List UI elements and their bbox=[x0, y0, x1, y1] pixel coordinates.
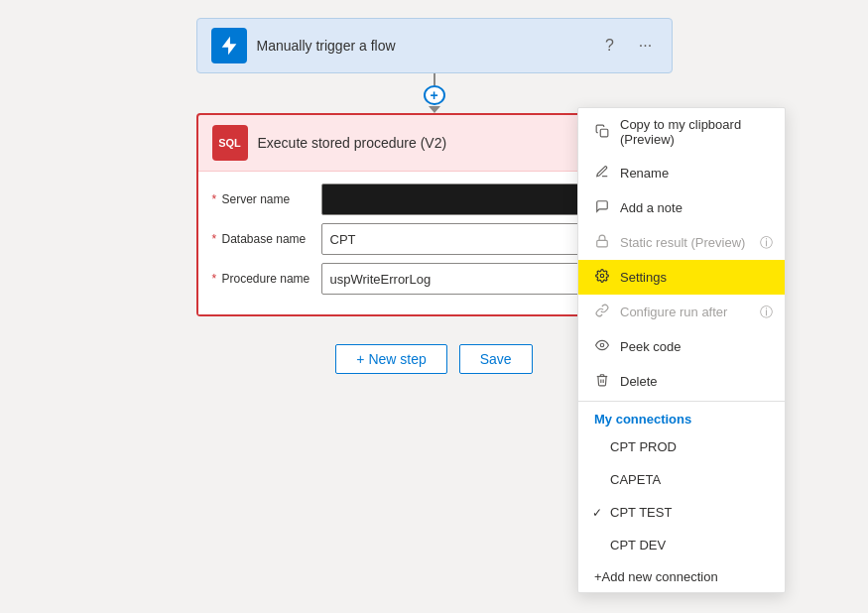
add-note-icon bbox=[594, 199, 610, 216]
connections-section-title: My connections bbox=[578, 404, 785, 430]
sql-icon: SQL bbox=[212, 125, 248, 161]
database-label: * Database name bbox=[212, 232, 321, 246]
settings-icon bbox=[594, 269, 610, 286]
configure-info-icon: ⓘ bbox=[760, 304, 773, 321]
trigger-help-button[interactable]: ? bbox=[598, 34, 622, 58]
menu-item-copy[interactable]: Copy to my clipboard (Preview) bbox=[578, 108, 785, 156]
procedure-label: * Procedure name bbox=[212, 272, 321, 286]
save-button[interactable]: Save bbox=[459, 344, 533, 374]
connector-plus-button[interactable]: + bbox=[424, 85, 445, 105]
menu-static-result-label: Static result (Preview) bbox=[620, 235, 745, 250]
menu-item-settings[interactable]: Settings bbox=[578, 260, 785, 295]
execute-title: Execute stored procedure (V2) bbox=[258, 135, 597, 151]
cpt-dev-label: CPT DEV bbox=[610, 538, 666, 552]
menu-item-configure: Configure run after ⓘ bbox=[578, 295, 785, 329]
menu-rename-label: Rename bbox=[620, 166, 669, 181]
trigger-icon bbox=[211, 28, 247, 63]
new-step-button[interactable]: + New step bbox=[335, 344, 446, 374]
delete-icon bbox=[594, 373, 610, 390]
bottom-actions: + New step Save bbox=[335, 344, 532, 374]
menu-item-rename[interactable]: Rename bbox=[578, 156, 785, 190]
menu-item-cpt-prod[interactable]: CPT PROD bbox=[578, 430, 785, 463]
lightning-icon bbox=[218, 35, 240, 57]
trigger-actions: ? ··· bbox=[598, 34, 658, 58]
trigger-title: Manually trigger a flow bbox=[257, 38, 598, 54]
static-result-icon bbox=[594, 234, 610, 251]
context-menu: Copy to my clipboard (Preview) Rename Ad… bbox=[577, 107, 786, 593]
menu-item-add-note[interactable]: Add a note bbox=[578, 190, 785, 225]
menu-item-peek-code[interactable]: Peek code bbox=[578, 329, 785, 364]
menu-item-static-result: Static result (Preview) ⓘ bbox=[578, 225, 785, 260]
static-result-info-icon: ⓘ bbox=[760, 234, 773, 252]
menu-copy-label: Copy to my clipboard (Preview) bbox=[620, 117, 769, 147]
cpt-prod-label: CPT PROD bbox=[610, 439, 677, 454]
database-value: CPT bbox=[330, 232, 356, 247]
menu-divider-connections bbox=[578, 401, 785, 402]
menu-item-cpt-dev[interactable]: CPT DEV bbox=[578, 529, 785, 561]
menu-add-note-label: Add a note bbox=[620, 200, 682, 215]
connector-line-top bbox=[434, 73, 435, 85]
capeta-label: CAPETA bbox=[610, 472, 661, 487]
peek-code-icon bbox=[594, 338, 610, 355]
server-label: * Server name bbox=[212, 192, 321, 206]
connector: + bbox=[424, 73, 445, 113]
menu-configure-label: Configure run after bbox=[620, 305, 727, 319]
checkmark-icon: ✓ bbox=[592, 506, 602, 520]
menu-peek-code-label: Peek code bbox=[620, 339, 681, 354]
menu-delete-label: Delete bbox=[620, 374, 658, 389]
procedure-value: uspWriteErrorLog bbox=[330, 272, 432, 287]
svg-point-3 bbox=[600, 343, 604, 347]
svg-rect-0 bbox=[600, 129, 608, 137]
menu-item-capeta[interactable]: CAPETA bbox=[578, 463, 785, 496]
cpt-test-label: CPT TEST bbox=[610, 505, 672, 520]
connector-arrow bbox=[429, 106, 440, 113]
menu-settings-label: Settings bbox=[620, 270, 667, 285]
menu-item-cpt-test[interactable]: ✓ CPT TEST bbox=[578, 496, 785, 529]
copy-icon bbox=[594, 124, 610, 141]
add-connection-button[interactable]: +Add new connection bbox=[578, 561, 785, 592]
configure-icon bbox=[594, 304, 610, 320]
svg-rect-1 bbox=[597, 240, 608, 246]
svg-point-2 bbox=[600, 274, 604, 278]
rename-icon bbox=[594, 165, 610, 182]
trigger-block: Manually trigger a flow ? ··· bbox=[196, 18, 673, 73]
trigger-more-button[interactable]: ··· bbox=[634, 34, 658, 58]
menu-item-delete[interactable]: Delete bbox=[578, 364, 785, 399]
